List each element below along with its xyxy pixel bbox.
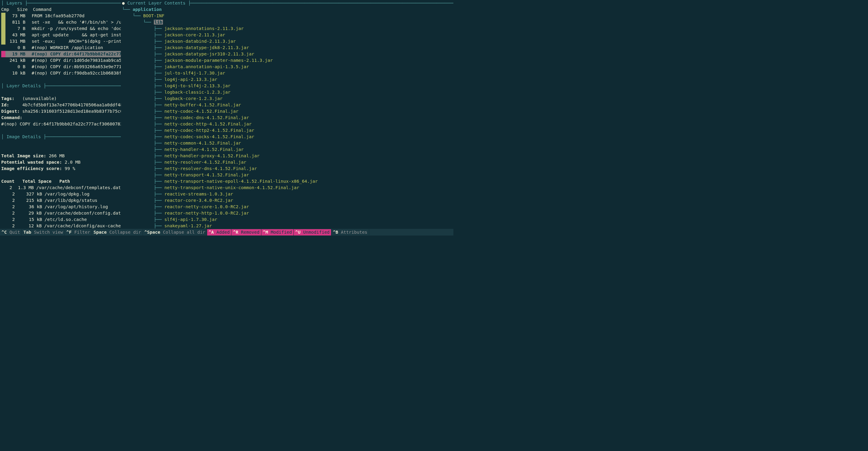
wasted-row: 2327 kB/var/log/dpkg.log xyxy=(1,191,121,197)
layer-size: 43 MB xyxy=(6,32,26,38)
tree-file[interactable]: ├── netty-codec-http2-4.1.52.Final.jar xyxy=(122,127,454,134)
layer-size: 7 B xyxy=(6,25,26,32)
wasted-space: Potential wasted space: 2.0 MB xyxy=(1,159,121,166)
layer-command: #(nop) COPY dir:64f17b9bb02fa22c777acf30… xyxy=(26,51,121,57)
layer-command: FROM 18cfaa95ab2770d xyxy=(26,13,121,19)
layers-table[interactable]: 73 MB FROM 18cfaa95ab2770d811 B set -xe … xyxy=(1,13,121,76)
footer-item[interactable]: ^R Removed xyxy=(231,229,261,235)
wasted-row: 21.3 MB/var/cache/debconf/templates.dat xyxy=(1,185,121,191)
footer-item[interactable]: ^C Quit xyxy=(0,229,22,235)
footer-item[interactable]: ^F Filter xyxy=(65,229,92,235)
wasted-row: 2215 kB/var/lib/dpkg/status xyxy=(1,197,121,204)
layer-size: 0 B xyxy=(6,45,26,51)
tree-file[interactable]: ├── reactor-core-3.4.0-RC2.jar xyxy=(122,197,454,204)
layer-command: mkdir -p /run/systemd && echo 'docker' >… xyxy=(26,25,121,32)
tree-file[interactable]: ├── log4j-api-2.13.3.jar xyxy=(122,76,454,83)
cmp-indicator xyxy=(1,70,5,76)
contents-title: Current Layer Contents xyxy=(127,1,185,5)
wasted-row: 212 kB/var/cache/ldconfig/aux-cache xyxy=(1,223,121,229)
tree-file[interactable]: ├── netty-resolver-4.1.52.Final.jar xyxy=(122,159,454,166)
tree-file[interactable]: ├── jackson-datatype-jsr310-2.11.3.jar xyxy=(122,51,454,57)
cmp-indicator xyxy=(1,64,5,70)
layer-digest: Digest: sha256:191603f5128d13ed18ea9b83f… xyxy=(1,108,121,115)
tree-file[interactable]: ├── netty-common-4.1.52.Final.jar xyxy=(122,140,454,146)
footer-item[interactable]: Tab Switch view xyxy=(22,229,65,235)
wasted-table: 21.3 MB/var/cache/debconf/templates.dat2… xyxy=(1,185,121,229)
tree-file[interactable]: ├── slf4j-api-1.7.30.jar xyxy=(122,217,454,223)
tree-sub[interactable]: └── BOOT-INF xyxy=(122,13,454,19)
layer-row[interactable]: 131 MB set -eux; ARCH="$(dpkg --print-ar… xyxy=(1,38,121,45)
tree-file[interactable]: ├── reactor-netty-core-1.0.0-RC2.jar xyxy=(122,204,454,210)
layer-details-header: │ Layer Details ├───────────────────────… xyxy=(1,83,121,89)
cmp-indicator xyxy=(1,51,5,57)
layers-panel-header: │ Layers ├──────────────────────────────… xyxy=(1,0,121,6)
layer-command: set -xe && echo '#!/bin/sh' > /usr/sbin/… xyxy=(26,19,121,25)
cmp-indicator xyxy=(1,19,5,25)
tree-file[interactable]: ├── logback-classic-1.2.3.jar xyxy=(122,89,454,95)
layer-row[interactable]: 811 B set -xe && echo '#!/bin/sh' > /usr… xyxy=(1,19,121,25)
layer-row[interactable]: 7 B mkdir -p /run/systemd && echo 'docke… xyxy=(1,25,121,32)
tree-file[interactable]: ├── netty-codec-socks-4.1.52.Final.jar xyxy=(122,134,454,140)
tree-file[interactable]: ├── netty-codec-dns-4.1.52.Final.jar xyxy=(122,115,454,121)
wasted-row: 229 kB/var/cache/debconf/config.dat xyxy=(1,210,121,217)
tree-file[interactable]: ├── logback-core-1.2.3.jar xyxy=(122,95,454,102)
footer-item[interactable]: ^B Attributes xyxy=(331,229,369,235)
tree-file[interactable]: ├── jackson-core-2.11.3.jar xyxy=(122,32,454,38)
layer-command: #(nop) COPY dir:8b993266a653e9e771de6e70… xyxy=(26,64,121,70)
layer-row[interactable]: 43 MB apt-get update && apt-get install … xyxy=(1,32,121,38)
layer-tags: Tags: (unavailable) xyxy=(1,95,121,102)
layer-row[interactable]: 0 B #(nop) COPY dir:8b993266a653e9e771de… xyxy=(1,64,121,70)
layer-size: 241 kB xyxy=(6,57,26,64)
tree-file[interactable]: ├── netty-buffer-4.1.52.Final.jar xyxy=(122,102,454,108)
footer-bar[interactable]: ^C QuitTab Switch view^F FilterSpace Col… xyxy=(0,229,454,235)
footer-item[interactable]: ^U Unmodified xyxy=(294,229,332,235)
tree-file[interactable]: ├── jakarta.annotation-api-1.3.5.jar xyxy=(122,64,454,70)
tree-files[interactable]: ├── jackson-annotations-2.11.3.jar ├── j… xyxy=(122,25,454,229)
tree-file[interactable]: ├── netty-transport-native-epoll-4.1.52.… xyxy=(122,178,454,185)
tree-file[interactable]: ├── snakeyaml-1.27.jar xyxy=(122,223,454,229)
tree-file[interactable]: ├── jackson-datatype-jdk8-2.11.3.jar xyxy=(122,45,454,51)
layer-size: 73 MB xyxy=(6,13,26,19)
layer-row[interactable]: 0 B #(nop) WORKDIR /application xyxy=(1,45,121,51)
tree-file[interactable]: ├── jackson-databind-2.11.3.jar xyxy=(122,38,454,45)
image-details-header: │ Image Details ├───────────────────────… xyxy=(1,134,121,140)
layer-row[interactable]: 10 kB #(nop) COPY dir:f90dba92cc1b06838f… xyxy=(1,70,121,76)
cmp-indicator xyxy=(1,32,5,38)
footer-item[interactable]: Space Collapse dir xyxy=(92,229,143,235)
tree-file[interactable]: ├── jackson-annotations-2.11.3.jar xyxy=(122,25,454,32)
layer-row[interactable]: 241 kB #(nop) COPY dir:1d05de79831aab9ca… xyxy=(1,57,121,64)
layer-size: 19 MB xyxy=(6,51,26,57)
tree-file[interactable]: ├── netty-handler-proxy-4.1.52.Final.jar xyxy=(122,153,454,159)
layer-row[interactable]: 19 MB #(nop) COPY dir:64f17b9bb02fa22c77… xyxy=(1,51,121,57)
tree-file[interactable]: ├── reactive-streams-1.0.3.jar xyxy=(122,191,454,197)
layer-size: 811 B xyxy=(6,19,26,25)
tree-file[interactable]: ├── netty-resolver-dns-4.1.52.Final.jar xyxy=(122,166,454,172)
tree-file[interactable]: ├── netty-transport-4.1.52.Final.jar xyxy=(122,172,454,178)
tree-file[interactable]: ├── netty-handler-4.1.52.Final.jar xyxy=(122,146,454,153)
layer-command: apt-get update && apt-get install -y --n… xyxy=(26,32,121,38)
tree-file[interactable]: ├── netty-transport-native-unix-common-4… xyxy=(122,185,454,191)
tree-file[interactable]: ├── netty-codec-http-4.1.52.Final.jar xyxy=(122,121,454,127)
image-details-title: Image Details xyxy=(6,134,41,139)
layers-table-header: Cmp Size Command xyxy=(1,6,121,13)
tree-file[interactable]: ├── reactor-netty-http-1.0.0-RC2.jar xyxy=(122,210,454,217)
tree-file[interactable]: ├── netty-codec-4.1.52.Final.jar xyxy=(122,108,454,115)
layer-command-value: #(nop) COPY dir:64f17b9bb02fa22c777acf30… xyxy=(1,121,121,127)
left-pane: │ Layers ├──────────────────────────────… xyxy=(0,0,121,229)
cmp-indicator xyxy=(1,45,5,51)
footer-item[interactable]: ^M Modified xyxy=(261,229,294,235)
layer-row[interactable]: 73 MB FROM 18cfaa95ab2770d xyxy=(1,13,121,19)
wasted-table-header: Count Total Space Path xyxy=(1,178,121,185)
tree-file[interactable]: ├── log4j-to-slf4j-2.13.3.jar xyxy=(122,83,454,89)
tree-root[interactable]: └── application xyxy=(122,6,454,13)
tree-subsub[interactable]: └── lib xyxy=(122,19,454,25)
tree-file[interactable]: ├── jackson-module-parameter-names-2.11.… xyxy=(122,57,454,64)
footer-item[interactable]: ^Space Collapse all dir xyxy=(143,229,207,235)
layer-command: set -eux; ARCH="$(dpkg --print-architect… xyxy=(26,38,121,45)
layer-details-title: Layer Details xyxy=(6,83,41,88)
layer-command-label: Command: xyxy=(1,115,121,121)
tree-file[interactable]: ├── jul-to-slf4j-1.7.30.jar xyxy=(122,70,454,76)
footer-item[interactable]: ^A Added xyxy=(207,229,232,235)
layer-size: 0 B xyxy=(6,64,26,70)
layer-command: #(nop) WORKDIR /application xyxy=(26,45,121,51)
